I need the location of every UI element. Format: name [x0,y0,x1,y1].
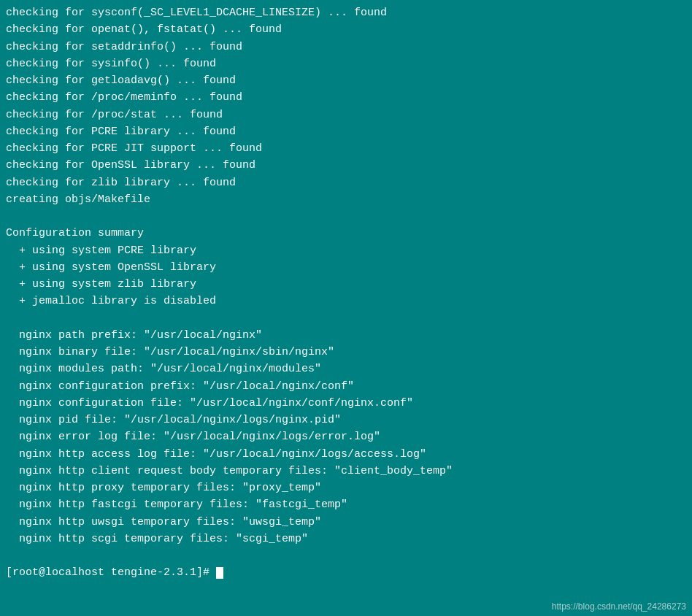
terminal-content: checking for sysconf(_SC_LEVEL1_DCACHE_L… [6,4,686,582]
terminal-line: checking for sysconf(_SC_LEVEL1_DCACHE_L… [6,4,686,21]
terminal-line: creating objs/Makefile [6,191,686,208]
terminal-line: + using system zlib library [6,276,686,293]
terminal-line: checking for openat(), fstatat() ... fou… [6,21,686,38]
terminal-line [6,208,686,225]
terminal-line: checking for /proc/stat ... found [6,107,686,123]
terminal-line: nginx error log file: "/usr/local/nginx/… [6,428,686,445]
terminal-line: + using system PCRE library [6,242,686,259]
terminal-line: [root@localhost tengine-2.3.1]# [6,564,686,581]
terminal-cursor [216,567,223,580]
terminal-line: checking for getloadavg() ... found [6,72,686,89]
terminal-line: nginx modules path: "/usr/local/nginx/mo… [6,361,686,377]
terminal-window: checking for sysconf(_SC_LEVEL1_DCACHE_L… [0,0,692,616]
terminal-line: checking for zlib library ... found [6,174,686,191]
terminal-line: checking for sysinfo() ... found [6,55,686,72]
terminal-line: nginx http access log file: "/usr/local/… [6,446,686,463]
terminal-line: nginx configuration file: "/usr/local/ng… [6,395,686,412]
terminal-line: nginx http proxy temporary files: "proxy… [6,480,686,496]
terminal-line: nginx path prefix: "/usr/local/nginx" [6,327,686,344]
terminal-line: nginx http fastcgi temporary files: "fas… [6,496,686,513]
terminal-line: + jemalloc library is disabled [6,293,686,309]
watermark: https://blog.csdn.net/qq_24286273 [552,601,686,612]
terminal-line: checking for PCRE JIT support ... found [6,140,686,157]
terminal-line: checking for PCRE library ... found [6,123,686,140]
terminal-line: checking for /proc/meminfo ... found [6,89,686,106]
terminal-line: nginx configuration prefix: "/usr/local/… [6,378,686,395]
terminal-line: checking for OpenSSL library ... found [6,157,686,174]
terminal-line: checking for setaddrinfo() ... found [6,39,686,55]
terminal-line: + using system OpenSSL library [6,259,686,276]
terminal-line: nginx pid file: "/usr/local/nginx/logs/n… [6,412,686,428]
terminal-line [6,310,686,327]
terminal-line: nginx http client request body temporary… [6,463,686,480]
terminal-line: nginx http uwsgi temporary files: "uwsgi… [6,514,686,531]
terminal-line: nginx binary file: "/usr/local/nginx/sbi… [6,344,686,361]
terminal-line [6,547,686,564]
terminal-line: Configuration summary [6,225,686,242]
terminal-line: nginx http scgi temporary files: "scgi_t… [6,531,686,547]
